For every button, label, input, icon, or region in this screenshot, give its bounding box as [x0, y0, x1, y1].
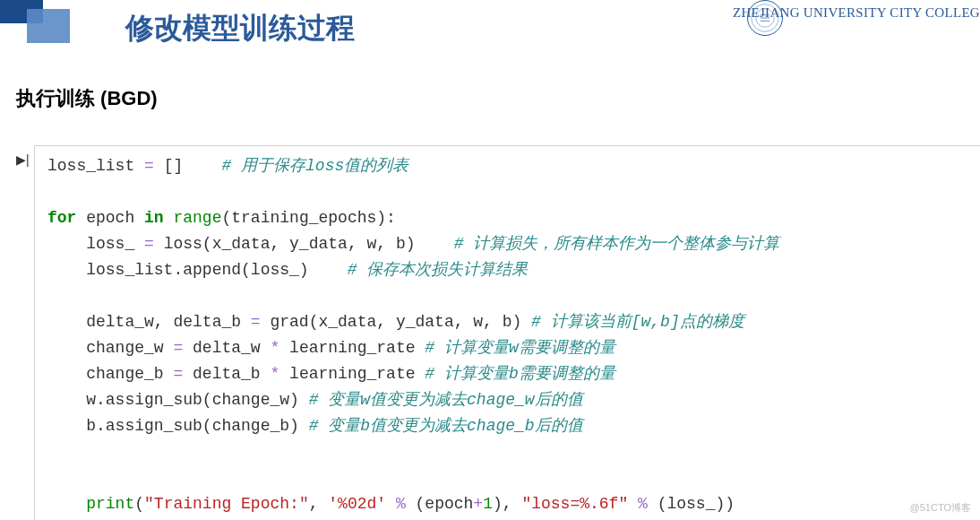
code-text: epoch	[76, 209, 144, 227]
code-text: ,	[309, 495, 329, 513]
code-comment: # 保存本次损失计算结果	[348, 261, 529, 279]
code-text: loss_list.append(loss_)	[47, 261, 348, 279]
code-text: change_w	[47, 339, 173, 357]
code-content: loss_list = [] # 用于保存loss值的列表 for epoch …	[34, 145, 980, 520]
code-cell: ▶| loss_list = [] # 用于保存loss值的列表 for epo…	[16, 145, 980, 520]
code-text: (training_epochs):	[221, 209, 395, 227]
code-text	[628, 495, 638, 513]
code-string: "Training Epoch:"	[144, 495, 309, 513]
run-cell-icon[interactable]: ▶|	[16, 145, 34, 520]
code-comment: # 用于保存loss值的列表	[221, 157, 408, 175]
code-text: learning_rate	[279, 365, 425, 383]
code-text: []	[154, 157, 222, 175]
op-mul: *	[270, 365, 279, 383]
builtin-range: range	[173, 209, 221, 227]
code-text: (epoch	[406, 495, 474, 513]
code-comment: # 计算该当前[w,b]点的梯度	[531, 313, 744, 331]
op-mod: %	[396, 495, 406, 513]
op-assign: =	[144, 235, 154, 253]
code-text: delta_w, delta_b	[47, 313, 251, 331]
code-text	[47, 495, 86, 513]
university-name: ZHEJIANG UNIVERSITY CITY COLLEG	[733, 5, 980, 21]
builtin-print: print	[86, 495, 134, 513]
section-subtitle: 执行训练 (BGD)	[16, 85, 158, 112]
code-text: loss(x_data, y_data, w, b)	[154, 235, 454, 253]
code-comment: # 计算变量w需要调整的量	[425, 339, 615, 357]
code-comment: # 计算损失，所有样本作为一个整体参与计算	[454, 235, 780, 253]
code-text: loss_	[47, 235, 144, 253]
kw-in: in	[144, 209, 164, 227]
op-mul: *	[270, 339, 279, 357]
code-comment: # 变量b值变更为减去chage_b后的值	[309, 417, 583, 435]
code-number: 1	[483, 495, 493, 513]
code-comment: # 计算变量b需要调整的量	[425, 365, 615, 383]
code-text: ),	[493, 495, 521, 513]
code-text	[386, 495, 396, 513]
op-plus: +	[473, 495, 483, 513]
deco-square-front	[27, 9, 70, 43]
watermark: @51CTO博客	[910, 501, 971, 515]
code-text: grad(x_data, y_data, w, b)	[261, 313, 531, 331]
kw-for: for	[47, 209, 76, 227]
code-string: "loss=%.6f"	[521, 495, 628, 513]
op-mod: %	[638, 495, 648, 513]
op-assign: =	[144, 157, 154, 175]
op-assign: =	[173, 339, 183, 357]
op-assign: =	[251, 313, 261, 331]
op-assign: =	[173, 365, 183, 383]
code-text	[164, 209, 174, 227]
code-text: change_b	[47, 365, 173, 383]
code-text: learning_rate	[279, 339, 425, 357]
code-string: '%02d'	[328, 495, 386, 513]
code-text: w.assign_sub(change_w)	[47, 391, 309, 409]
slide-title: 修改模型训练过程	[125, 9, 355, 48]
code-text: (	[134, 495, 144, 513]
code-text: loss_list	[47, 157, 144, 175]
code-text: delta_w	[183, 339, 270, 357]
code-text: delta_b	[183, 365, 270, 383]
code-comment: # 变量w值变更为减去chage_w后的值	[309, 391, 583, 409]
code-text: b.assign_sub(change_b)	[47, 417, 309, 435]
code-text: (loss_))	[648, 495, 735, 513]
